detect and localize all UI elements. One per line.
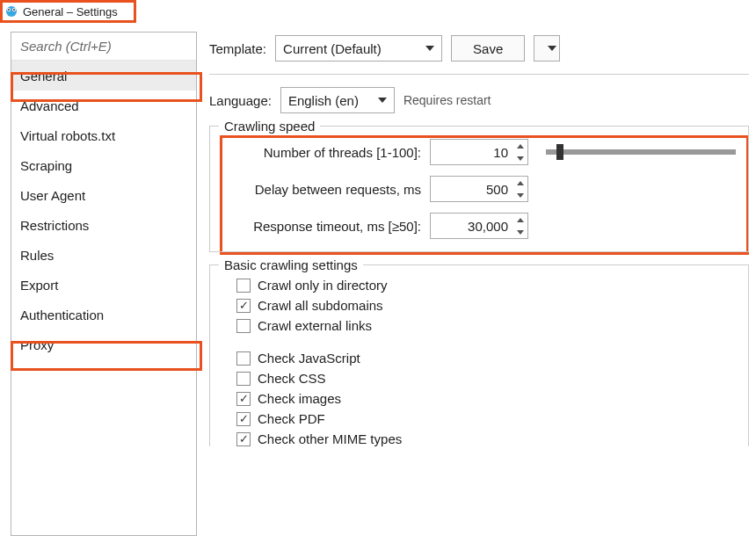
titlebar: General – Settings bbox=[0, 0, 756, 23]
svg-point-0 bbox=[6, 6, 17, 17]
checkbox-label: Crawl all subdomains bbox=[258, 298, 383, 313]
window-title: General – Settings bbox=[23, 5, 118, 18]
checkbox-label: Check other MIME types bbox=[258, 431, 402, 446]
template-select[interactable]: Current (Default) bbox=[275, 35, 442, 62]
chevron-down-icon bbox=[548, 46, 556, 51]
sidebar-item-restrictions[interactable]: Restrictions bbox=[11, 210, 196, 240]
sidebar-item-general[interactable]: General bbox=[11, 61, 196, 91]
timeout-value: 30,000 bbox=[431, 219, 513, 234]
search-placeholder: Search (Ctrl+E) bbox=[20, 39, 112, 54]
save-button-label: Save bbox=[473, 41, 503, 56]
arrow-down-icon[interactable] bbox=[513, 152, 527, 164]
sidebar-item-scraping[interactable]: Scraping bbox=[11, 150, 196, 180]
sidebar-item-virtual-robots-txt[interactable]: Virtual robots.txt bbox=[11, 120, 196, 150]
language-value: English (en) bbox=[288, 93, 359, 108]
slider-thumb[interactable] bbox=[556, 144, 563, 160]
checkbox-row[interactable]: ✓Crawl all subdomains bbox=[236, 298, 736, 313]
checkbox[interactable] bbox=[236, 372, 251, 386]
checkbox[interactable] bbox=[236, 319, 251, 333]
language-label: Language: bbox=[209, 93, 272, 108]
crawling-speed-legend: Crawling speed bbox=[219, 119, 320, 134]
checkbox[interactable]: ✓ bbox=[236, 392, 251, 406]
checkbox-label: Check JavaScript bbox=[258, 351, 360, 366]
checkbox-row[interactable]: Crawl external links bbox=[236, 318, 736, 333]
checkbox-label: Crawl external links bbox=[258, 318, 372, 333]
threads-spinner[interactable]: 10 bbox=[430, 139, 528, 165]
content-panel: Template: Current (Default) Save Languag… bbox=[209, 32, 749, 536]
language-hint: Requires restart bbox=[403, 93, 491, 107]
template-label: Template: bbox=[209, 41, 266, 56]
chevron-down-icon bbox=[425, 46, 434, 51]
checkbox-label: Check images bbox=[258, 391, 341, 406]
checkbox-label: Check CSS bbox=[258, 371, 326, 386]
sidebar-item-proxy[interactable]: Proxy bbox=[11, 330, 196, 359]
checkbox-row[interactable]: Check CSS bbox=[236, 371, 736, 386]
svg-point-3 bbox=[8, 9, 10, 11]
chevron-down-icon bbox=[378, 98, 387, 103]
checkbox-row[interactable]: ✓Check images bbox=[236, 391, 736, 406]
sidebar-item-user-agent[interactable]: User Agent bbox=[11, 180, 196, 210]
checkbox-row[interactable]: ✓Check other MIME types bbox=[236, 431, 736, 446]
app-icon bbox=[4, 4, 19, 19]
arrow-down-icon[interactable] bbox=[513, 189, 527, 201]
checkbox-row[interactable]: Crawl only in directory bbox=[236, 278, 736, 293]
checkbox-label: Crawl only in directory bbox=[258, 278, 388, 293]
arrow-up-icon[interactable] bbox=[513, 177, 527, 189]
template-value: Current (Default) bbox=[283, 41, 382, 56]
delay-spinner[interactable]: 500 bbox=[430, 176, 528, 202]
sidebar: Search (Ctrl+E) GeneralAdvancedVirtual r… bbox=[11, 32, 197, 536]
timeout-spinner[interactable]: 30,000 bbox=[430, 213, 528, 239]
checkbox[interactable]: ✓ bbox=[236, 412, 251, 426]
threads-value: 10 bbox=[431, 145, 513, 160]
crawling-speed-group: Crawling speed Number of threads [1-100]… bbox=[209, 126, 749, 252]
search-input[interactable]: Search (Ctrl+E) bbox=[11, 33, 196, 61]
timeout-label: Response timeout, ms [≥50]: bbox=[222, 219, 430, 234]
save-dropdown-button[interactable] bbox=[534, 35, 560, 62]
checkbox[interactable] bbox=[236, 351, 251, 366]
checkbox[interactable] bbox=[236, 279, 251, 293]
sidebar-item-advanced[interactable]: Advanced bbox=[11, 91, 196, 120]
sidebar-item-rules[interactable]: Rules bbox=[11, 240, 196, 270]
delay-label: Delay between requests, ms bbox=[222, 182, 430, 197]
checkbox-label: Check PDF bbox=[258, 411, 325, 426]
arrow-up-icon[interactable] bbox=[513, 214, 527, 226]
arrow-up-icon[interactable] bbox=[513, 140, 527, 152]
svg-point-4 bbox=[13, 9, 15, 11]
checkbox-row[interactable]: ✓Check PDF bbox=[236, 411, 736, 426]
sidebar-item-export[interactable]: Export bbox=[11, 270, 196, 300]
save-button[interactable]: Save bbox=[451, 35, 525, 62]
delay-value: 500 bbox=[431, 182, 513, 197]
basic-crawling-legend: Basic crawling settings bbox=[219, 257, 363, 272]
checkbox-row[interactable]: Check JavaScript bbox=[236, 351, 736, 366]
language-select[interactable]: English (en) bbox=[280, 87, 395, 113]
checkbox[interactable]: ✓ bbox=[236, 432, 251, 446]
divider bbox=[209, 74, 749, 75]
threads-slider[interactable] bbox=[546, 149, 736, 155]
basic-crawling-group: Basic crawling settings Crawl only in di… bbox=[209, 264, 749, 446]
sidebar-item-authentication[interactable]: Authentication bbox=[11, 300, 196, 330]
threads-label: Number of threads [1-100]: bbox=[222, 145, 430, 160]
checkbox[interactable]: ✓ bbox=[236, 299, 251, 313]
arrow-down-icon[interactable] bbox=[513, 226, 527, 238]
